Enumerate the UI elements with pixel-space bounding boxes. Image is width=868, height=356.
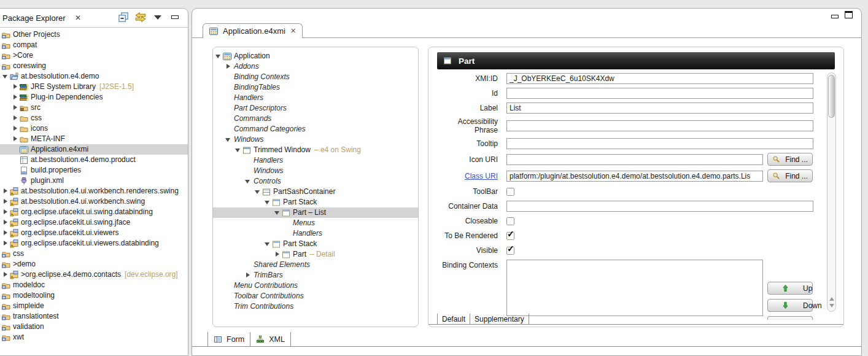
collapse-arrow-icon[interactable] xyxy=(274,209,282,217)
pkg-tree-item[interactable]: JRE System Library[J2SE-1.5] xyxy=(0,82,188,92)
class-uri-link[interactable]: Class URI xyxy=(437,172,506,180)
pkg-tree-item[interactable]: coreswing xyxy=(0,61,188,71)
model-tree-item[interactable]: Menus xyxy=(213,218,418,228)
expand-arrow-icon[interactable] xyxy=(12,114,20,122)
model-tree-item[interactable]: Menu Contributions xyxy=(213,281,418,291)
tab-default[interactable]: Default xyxy=(437,314,470,324)
model-tree-item[interactable]: Part – List xyxy=(213,207,418,218)
model-tree-item[interactable]: Part Stack xyxy=(213,197,418,207)
model-tree-item[interactable]: PartSashContainer xyxy=(213,187,418,197)
model-tree-item[interactable]: Command Categories xyxy=(213,124,418,134)
pkg-tree-item[interactable]: org.eclipse.ufacekit.ui.swing.jface xyxy=(0,217,188,228)
model-tree-item[interactable]: TrimBars xyxy=(213,270,418,281)
collapse-arrow-icon[interactable] xyxy=(244,177,252,185)
expand-arrow-icon[interactable] xyxy=(2,239,10,247)
field-input[interactable] xyxy=(506,201,813,212)
scrollbar-thumb[interactable] xyxy=(828,75,835,118)
find-button[interactable]: Find ... xyxy=(767,153,813,166)
field-input[interactable]: _J_ObYERKEeC_6u10SK4Xdw xyxy=(506,73,813,84)
expand-arrow-icon[interactable] xyxy=(2,187,10,195)
pkg-tree-item[interactable]: validation xyxy=(0,322,188,332)
binding-contexts-list[interactable] xyxy=(506,260,763,316)
model-tree-item[interactable]: Addons xyxy=(213,61,418,72)
collapse-arrow-icon[interactable] xyxy=(2,72,10,80)
minimize-icon[interactable] xyxy=(169,12,180,23)
field-input[interactable] xyxy=(506,120,813,131)
model-tree-item[interactable]: Commands xyxy=(213,114,418,124)
pkg-tree-item[interactable]: at.bestsolution.e4.demo xyxy=(0,71,188,82)
pkg-tree-item[interactable]: translationtest xyxy=(0,311,188,322)
model-tree-item[interactable]: Windows xyxy=(213,166,418,176)
expand-arrow-icon[interactable] xyxy=(2,198,10,206)
close-icon[interactable]: ✕ xyxy=(75,14,81,22)
close-icon[interactable]: ✕ xyxy=(289,27,296,35)
pkg-tree-item[interactable]: Application.e4xmi xyxy=(0,144,188,155)
pkg-tree-item[interactable]: src xyxy=(0,103,188,113)
collapse-arrow-icon[interactable] xyxy=(234,146,242,154)
pkg-tree-item[interactable]: icons xyxy=(0,123,188,134)
up-button[interactable]: Up xyxy=(767,282,813,295)
pkg-tree-item[interactable]: >Core xyxy=(0,50,188,61)
checkbox[interactable] xyxy=(506,188,514,196)
model-tree-item[interactable]: Application xyxy=(213,51,418,61)
view-menu-icon[interactable] xyxy=(152,12,163,23)
checkbox[interactable] xyxy=(506,217,514,225)
collapse-all-icon[interactable] xyxy=(118,12,129,23)
pkg-tree-item[interactable]: META-INF xyxy=(0,134,188,144)
pkg-tree-item[interactable]: >org.eclipse.e4.demo.contacts[dev.eclips… xyxy=(0,269,188,280)
pkg-tree-item[interactable]: build.properties xyxy=(0,165,188,176)
pkg-tree-item[interactable]: >demo xyxy=(0,259,188,269)
pkg-tree-item[interactable]: at.bestsolution.e4.demo.product xyxy=(0,155,188,165)
expand-arrow-icon[interactable] xyxy=(12,104,20,112)
page-tab-xml[interactable]: XML xyxy=(250,332,291,346)
page-tab-form[interactable]: Form xyxy=(207,332,250,346)
pkg-tree-item[interactable]: at.bestsolution.e4.ui.workbench.swing xyxy=(0,196,188,207)
expand-arrow-icon[interactable] xyxy=(12,93,20,101)
model-tree-item[interactable]: Handlers xyxy=(213,155,418,166)
pkg-tree-item[interactable]: xwt xyxy=(0,332,188,342)
pkg-tree-item[interactable]: plugin.xml xyxy=(0,176,188,186)
down-button[interactable]: Down xyxy=(767,299,813,312)
editor-tab[interactable]: Application.e4xmi ✕ xyxy=(203,23,303,38)
expand-arrow-icon[interactable] xyxy=(2,219,10,226)
field-input[interactable] xyxy=(506,138,813,149)
field-input[interactable]: platform:/plugin/at.bestsolution.e4.demo… xyxy=(506,171,763,182)
pkg-tree-item[interactable]: org.eclipse.ufacekit.ui.swing.databindin… xyxy=(0,207,188,217)
model-tree-item[interactable]: Part Stack xyxy=(213,239,418,249)
model-tree-item[interactable]: Controls xyxy=(213,176,418,187)
model-tree-item[interactable]: Handlers xyxy=(213,228,418,239)
model-tree-item[interactable]: Binding Contexts xyxy=(213,72,418,82)
collapse-arrow-icon[interactable] xyxy=(254,188,262,196)
expand-arrow-icon[interactable] xyxy=(244,271,252,279)
field-input[interactable] xyxy=(506,88,813,99)
expand-arrow-icon[interactable] xyxy=(12,125,20,133)
pkg-tree-item[interactable]: Plug-in Dependencies xyxy=(0,92,188,103)
expand-arrow-icon[interactable] xyxy=(12,135,20,143)
model-tree-item[interactable]: Trim Contributions xyxy=(213,301,418,312)
pkg-tree-item[interactable]: org.eclipse.ufacekit.ui.viewers xyxy=(0,228,188,238)
checkbox[interactable]: ✓ xyxy=(506,232,514,240)
checkbox[interactable]: ✓ xyxy=(506,247,514,255)
expand-arrow-icon[interactable] xyxy=(2,229,10,237)
model-tree-item[interactable]: Part Descriptors xyxy=(213,103,418,114)
pkg-tree-item[interactable]: simpleide xyxy=(0,301,188,311)
field-input[interactable] xyxy=(506,154,763,165)
field-input[interactable]: List xyxy=(506,103,813,114)
model-tree-item[interactable]: Toolbar Contributions xyxy=(213,291,418,301)
pkg-tree-item[interactable]: modeltooling xyxy=(0,290,188,301)
model-tree-item[interactable]: Part– Detail xyxy=(213,249,418,260)
link-with-editor-icon[interactable] xyxy=(135,12,146,23)
model-tree-item[interactable]: Trimmed Window– e4 on Swing xyxy=(213,145,418,155)
scroll-up-icon[interactable] xyxy=(829,297,834,301)
pkg-tree-item[interactable]: css xyxy=(0,249,188,259)
find-button[interactable]: Find ... xyxy=(767,169,813,182)
tab-supplementary[interactable]: Supplementary xyxy=(470,314,529,324)
model-tree-item[interactable]: Windows xyxy=(213,134,418,145)
model-tree-item[interactable]: Shared Elements xyxy=(213,260,418,270)
pkg-tree-item[interactable]: compat xyxy=(0,40,188,50)
pkg-tree-item[interactable]: at.bestsolution.e4.ui.workbench.renderer… xyxy=(0,186,188,196)
model-tree-item[interactable]: BindingTables xyxy=(213,82,418,93)
collapse-arrow-icon[interactable] xyxy=(225,136,233,144)
expand-arrow-icon[interactable] xyxy=(2,271,10,279)
expand-arrow-icon[interactable] xyxy=(12,83,20,91)
